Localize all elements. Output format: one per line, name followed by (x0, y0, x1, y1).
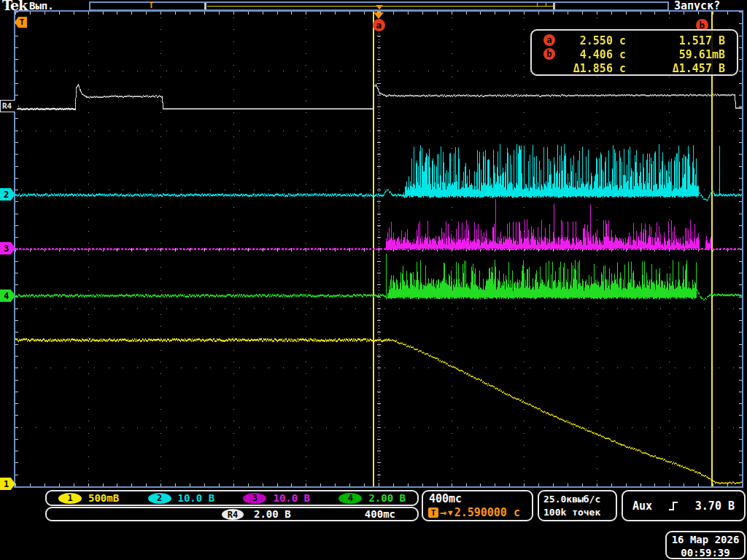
channel-2-badge: 2 (148, 493, 171, 504)
cursor-a-readout-badge: a (543, 34, 555, 46)
trigger-box[interactable]: Aux 3.70 В (622, 490, 746, 521)
channel-1-scale: 500mВ (88, 492, 119, 504)
rising-edge-icon (668, 500, 678, 512)
trigger-delay-readout: 2.590000 с (454, 506, 520, 519)
channel-1-badge: 1 (58, 493, 82, 504)
sample-rate: 25.0квыб/с (543, 493, 616, 506)
record-cursor-b-tick (546, 3, 546, 7)
channel-3-scale: 10.0 В (273, 492, 310, 504)
channel-4-readout[interactable]: 4 2.00 В (338, 492, 406, 504)
oscilloscope-screen: Tek Вып. Запуск? Т a b a 2.550 с 1.517 В… (0, 0, 747, 560)
ref-scale-box[interactable]: R4 2.00 В 400mс (45, 507, 419, 521)
horizontal-box[interactable]: 400mс Т → ▼ 2.590000 с (422, 490, 533, 521)
cursor-delta-value: Δ1.457 В (673, 62, 725, 75)
channel-1-marker[interactable]: 1 (0, 478, 15, 490)
timebase-readout: 400mс (429, 492, 462, 505)
channel-2-readout[interactable]: 2 10.0 В (148, 492, 215, 504)
waveform-canvas (15, 12, 742, 486)
trigger-level: 3.70 В (695, 499, 735, 513)
ref-r4-badge: R4 (222, 509, 244, 520)
datetime-box: 16 Мар 2026 00:59:39 (665, 531, 746, 559)
ref-scale: 2.00 В (254, 508, 291, 520)
channel-3-badge: 3 (243, 493, 266, 504)
ref-timebase: 400mс (365, 508, 395, 520)
channel-2-scale: 10.0 В (178, 492, 215, 504)
channel-4-badge: 4 (338, 493, 362, 504)
time-label: 00:59:39 (667, 546, 744, 559)
window-bracket-left[interactable] (204, 3, 206, 9)
arrow-icon: → (440, 506, 446, 519)
channel-1-readout[interactable]: 1 500mВ (58, 492, 119, 504)
channel-4-marker[interactable]: 4 (0, 289, 15, 302)
trigger-position-icon[interactable] (374, 12, 384, 19)
record-trigger-t-marker: Т (149, 1, 154, 10)
trigger-source: Aux (632, 499, 652, 513)
cursor-delta-time: Δ1.856 с (573, 62, 626, 75)
record-trigger-position-icon (376, 5, 383, 9)
date-label: 16 Мар 2026 (667, 533, 744, 546)
cursor-b-time: 4.406 с (580, 48, 626, 61)
channel-3-readout[interactable]: 3 10.0 В (243, 492, 310, 504)
cursor-readout-box: a 2.550 с 1.517 В b 4.406 с 59.61mВ Δ1.8… (530, 29, 738, 76)
channel-3-marker[interactable]: 3 (0, 242, 15, 254)
record-cursor-a-tick (537, 3, 538, 7)
record-length: 100k точек (543, 506, 616, 519)
window-bracket-right[interactable] (553, 3, 555, 9)
trigger-t-icon: Т (428, 508, 438, 518)
cursor-a-time: 2.550 с (580, 34, 626, 47)
cursor-b-value: 59.61mВ (679, 48, 725, 61)
cursor-a-value: 1.517 В (679, 34, 725, 47)
cursor-a-badge[interactable]: a (373, 19, 385, 31)
acquisition-box[interactable]: 25.0квыб/с 100k точек (538, 490, 617, 521)
cursor-b-readout-badge: b (543, 48, 555, 60)
channel-scales-box[interactable]: 1 500mВ 2 10.0 В 3 10.0 В 4 2.00 В (45, 490, 419, 506)
channel-4-scale: 2.00 В (368, 492, 406, 504)
channel-2-marker[interactable]: 2 (0, 188, 15, 201)
triangle-icon: ▼ (448, 508, 453, 518)
